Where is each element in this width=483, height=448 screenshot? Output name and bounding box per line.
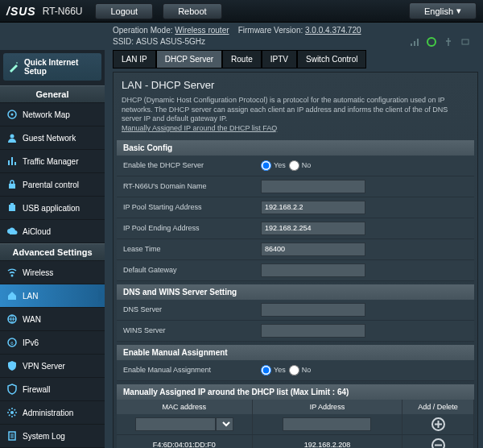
dhcp-panel: LAN - DHCP Server DHCP (Dynamic Host Con… (113, 72, 478, 448)
row-dns: DNS Server (117, 300, 474, 321)
nav-parental-control[interactable]: Parental control (0, 173, 105, 197)
nav-traffic-manager[interactable]: Traffic Manager (0, 150, 105, 173)
storage-icon (460, 36, 470, 47)
top-bar: /SUS RT-N66U Logout Reboot English ▾ (0, 0, 483, 23)
label-pool-end: IP Pool Ending Address (117, 221, 258, 235)
section-advanced: Advanced Settings (0, 243, 105, 261)
nav-network-map[interactable]: Network Map (0, 103, 105, 127)
input-new-ip[interactable] (283, 417, 371, 431)
row-gateway: Default Gateway (117, 260, 474, 281)
nav-wan[interactable]: WAN (0, 308, 105, 331)
input-gateway[interactable] (261, 263, 365, 277)
status-icons (409, 36, 475, 47)
log-icon (6, 430, 18, 442)
usb-icon (443, 36, 453, 47)
ssid-row: SSID: ASUS ASUS-5GHz (0, 36, 483, 50)
col-mac: MAC address (117, 400, 253, 414)
lock-icon (6, 179, 18, 190)
radio-enable-yes[interactable]: Yes (261, 160, 286, 171)
tab-switch-control[interactable]: Switch Control (297, 50, 366, 68)
radio-manual-yes[interactable]: Yes (261, 365, 286, 375)
ssid-5[interactable]: ASUS-5GHz (160, 37, 205, 46)
ip-table-input-row (117, 414, 474, 435)
add-button[interactable] (431, 417, 445, 431)
usb-icon (6, 202, 18, 214)
tab-bar: LAN IPDHCP ServerRouteIPTVSwitch Control (113, 50, 478, 68)
radio-enable-no[interactable]: No (289, 160, 312, 171)
input-new-mac[interactable] (135, 417, 216, 431)
nav-label: Firewall (23, 385, 50, 394)
op-mode-label: Operation Mode: (113, 26, 173, 35)
svg-text:6: 6 (10, 341, 14, 346)
input-pool-end[interactable] (261, 222, 365, 235)
nav-lan[interactable]: LAN (0, 284, 105, 308)
wand-icon (8, 61, 19, 73)
tab-lan-ip[interactable]: LAN IP (113, 50, 156, 68)
svg-rect-1 (462, 39, 469, 44)
tab-dhcp-server[interactable]: DHCP Server (156, 50, 222, 68)
nav-label: Wireless (23, 268, 53, 277)
svg-rect-6 (10, 203, 14, 205)
svg-point-11 (10, 411, 14, 414)
label-wins: WINS Server (117, 323, 258, 338)
mac-dropdown[interactable] (216, 417, 233, 431)
nav-ipv6[interactable]: 6IPv6 (0, 331, 105, 355)
svg-rect-5 (9, 184, 15, 189)
nav-usb-application[interactable]: USB application (0, 197, 105, 220)
cell-ip: 192.168.2.208 (253, 435, 402, 448)
wifi-icon (6, 267, 18, 278)
nav-wireless[interactable]: Wireless (0, 261, 105, 284)
faq-link[interactable]: Manually Assigned IP around the DHCP lis… (122, 124, 277, 132)
home-icon (6, 290, 18, 301)
nav-firewall[interactable]: Firewall (0, 378, 105, 401)
radio-manual-input-no[interactable] (289, 365, 299, 375)
svg-point-4 (10, 135, 14, 139)
quick-internet-setup[interactable]: Quick InternetSetup (3, 53, 101, 81)
reboot-button[interactable]: Reboot (163, 3, 221, 19)
ssid-24[interactable]: ASUS (136, 37, 158, 46)
nav-guest-network[interactable]: Guest Network (0, 127, 105, 150)
radio-manual-no[interactable]: No (289, 365, 312, 375)
op-mode-value[interactable]: Wireless router (175, 26, 229, 35)
input-domain[interactable] (261, 180, 365, 193)
svg-point-3 (11, 114, 14, 116)
row-enable-dhcp: Enable the DHCP Server Yes No (117, 156, 474, 176)
map-icon (6, 109, 18, 120)
tab-iptv[interactable]: IPTV (262, 50, 297, 68)
nav-label: VPN Server (23, 362, 65, 371)
nav-system-log[interactable]: System Log (0, 425, 105, 448)
section-basic-config: Basic Config (117, 140, 474, 156)
input-dns[interactable] (261, 303, 365, 317)
nav-administration[interactable]: Administration (0, 401, 105, 425)
nav-vpn-server[interactable]: VPN Server (0, 355, 105, 378)
nav-label: IPv6 (23, 338, 39, 347)
v6-icon: 6 (6, 337, 18, 348)
section-manual: Enable Manual Assignment (117, 345, 474, 360)
cloud-icon (6, 226, 18, 237)
input-pool-start[interactable] (261, 201, 365, 214)
nav-label: Administration (23, 409, 73, 417)
fw-value[interactable]: 3.0.0.4.374.720 (305, 26, 361, 35)
section-general: General (0, 85, 105, 103)
label-enable-dhcp: Enable the DHCP Server (117, 158, 258, 172)
tab-route[interactable]: Route (222, 50, 262, 68)
nav-label: USB application (23, 204, 80, 213)
brand-logo: /SUS (0, 5, 43, 18)
logout-button[interactable]: Logout (95, 3, 153, 19)
delete-button[interactable] (431, 438, 445, 448)
svg-point-0 (427, 38, 436, 46)
radio-manual-input-yes[interactable] (261, 365, 271, 375)
input-wins[interactable] (261, 324, 365, 338)
sidebar: Quick InternetSetup General Network MapG… (0, 50, 105, 448)
signal-icon (409, 36, 419, 47)
nav-label: Parental control (23, 180, 79, 189)
guest-icon (6, 132, 18, 143)
nav-aicloud[interactable]: AiCloud (0, 220, 105, 243)
table-row: F4:6D:04:01:DD:F0192.168.2.208 (117, 435, 474, 448)
nav-label: System Log (23, 432, 65, 441)
language-label: English (424, 6, 453, 16)
input-lease[interactable] (261, 243, 365, 256)
radio-input-no[interactable] (289, 160, 299, 171)
radio-input-yes[interactable] (261, 160, 271, 171)
language-dropdown[interactable]: English ▾ (409, 2, 477, 19)
